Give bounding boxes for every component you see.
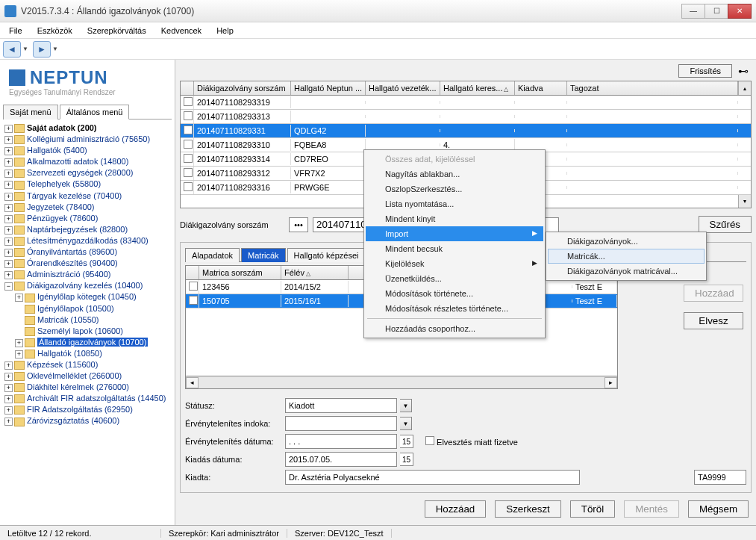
menu-role-switch[interactable]: Szerepkörváltás bbox=[81, 25, 152, 37]
table-row[interactable]: 2014071108293319 bbox=[181, 96, 751, 110]
tree-expander-icon[interactable]: + bbox=[4, 193, 13, 201]
maximize-button[interactable]: ☐ bbox=[705, 4, 728, 19]
nav-tree[interactable]: +Saját adatok (200)+Kollégiumi adminiszt… bbox=[0, 120, 175, 525]
context-menu-item[interactable]: Üzenetküldés... bbox=[366, 271, 543, 286]
tree-expander-icon[interactable]: + bbox=[4, 418, 13, 426]
context-menu-item[interactable]: Import▶ bbox=[366, 226, 543, 241]
tree-node[interactable]: +Záróvizsgáztatás (40600) bbox=[1, 415, 173, 426]
tree-expander-icon[interactable]: + bbox=[4, 181, 13, 189]
scroll-left-icon[interactable]: ◂ bbox=[186, 377, 199, 388]
table-row[interactable]: 201407110829331QDLG42 bbox=[181, 124, 751, 138]
tree-node[interactable]: +Alkalmazotti adatok (14800) bbox=[1, 156, 173, 167]
context-menu-item[interactable]: Hozzáadás csoporthoz... bbox=[366, 321, 543, 336]
nav-back-dropdown[interactable]: ▼ bbox=[22, 46, 28, 52]
subtab-alapadatok[interactable]: Alapadatok bbox=[185, 248, 240, 262]
context-submenu-import[interactable]: Diákigazolványok...Matricák...Diákigazol… bbox=[546, 232, 707, 281]
tree-node[interactable]: +Tárgyak kezelése (70400) bbox=[1, 190, 173, 202]
close-button[interactable]: ✕ bbox=[728, 4, 752, 19]
menu-favorites[interactable]: Kedvencek bbox=[155, 25, 207, 37]
row-checkbox[interactable] bbox=[189, 296, 198, 305]
context-menu-item[interactable]: Módosítások története... bbox=[366, 286, 543, 301]
context-menu[interactable]: Összes adat, kijelölésselNagyítás ablakb… bbox=[363, 149, 546, 338]
context-menu-item[interactable]: Módosítások részletes története... bbox=[366, 301, 543, 316]
tree-node[interactable]: +Igénylőlap kötegek (10450) bbox=[1, 291, 173, 302]
context-menu-item[interactable]: Matricák... bbox=[548, 249, 705, 264]
tree-node[interactable]: Igénylőlapok (10500) bbox=[1, 303, 173, 314]
scroll-up-icon[interactable]: ▴ bbox=[738, 81, 751, 95]
col-kiadva[interactable]: Kiadva bbox=[515, 81, 567, 95]
table-row[interactable]: 2014071108293313 bbox=[181, 110, 751, 124]
tree-node[interactable]: +Diákhitel kérelmek (276000) bbox=[1, 382, 173, 393]
col-keres[interactable]: Hallgató keres... bbox=[443, 84, 502, 93]
context-menu-item[interactable]: Lista nyomtatása... bbox=[366, 196, 543, 211]
tree-node[interactable]: −Diákigazolvány kezelés (10400) bbox=[1, 280, 173, 291]
tree-tab-own[interactable]: Saját menü bbox=[3, 105, 58, 120]
tree-node[interactable]: +Archivált FIR adatszolgáltatás (14450) bbox=[1, 393, 173, 404]
lost-checkbox[interactable] bbox=[425, 436, 434, 445]
nav-forward-button[interactable]: ► bbox=[33, 41, 51, 58]
tree-expander-icon[interactable]: − bbox=[4, 282, 13, 291]
col-tagozat[interactable]: Tagozat bbox=[567, 81, 738, 95]
tree-expander-icon[interactable]: + bbox=[4, 238, 13, 246]
tree-expander-icon[interactable]: + bbox=[4, 249, 13, 257]
tree-expander-icon[interactable]: + bbox=[4, 226, 13, 235]
tree-expander-icon[interactable]: + bbox=[4, 170, 13, 178]
tree-expander-icon[interactable]: + bbox=[4, 158, 13, 167]
menu-help[interactable]: Help bbox=[210, 25, 240, 37]
tree-node[interactable]: +Telephelyek (55800) bbox=[1, 179, 173, 190]
tree-node[interactable]: +Pénzügyek (78600) bbox=[1, 213, 173, 224]
tree-node[interactable]: +Jegyzetek (78400) bbox=[1, 202, 173, 213]
subtab-matricak[interactable]: Matricák bbox=[241, 248, 286, 262]
context-menu-item[interactable]: Kijelölések▶ bbox=[366, 256, 543, 271]
col2-felev[interactable]: Félév bbox=[284, 268, 304, 277]
tree-node[interactable]: +Szervezeti egységek (28000) bbox=[1, 167, 173, 179]
col-neptun[interactable]: Hallgató Neptun ... bbox=[291, 81, 366, 95]
status-dropdown-icon[interactable]: ▼ bbox=[400, 399, 412, 412]
inner-add-button[interactable]: Hozzáad bbox=[684, 285, 743, 302]
tree-expander-icon[interactable]: + bbox=[4, 215, 13, 223]
tree-expander-icon[interactable]: + bbox=[4, 361, 13, 370]
context-menu-item[interactable]: Nagyítás ablakban... bbox=[366, 167, 543, 181]
tree-expander-icon[interactable]: + bbox=[4, 260, 13, 268]
tree-expander-icon[interactable]: + bbox=[4, 125, 13, 133]
tree-expander-icon[interactable]: + bbox=[4, 406, 13, 415]
issue-date-value[interactable]: 2015.07.05. bbox=[285, 452, 397, 467]
calendar-icon[interactable]: 15 bbox=[400, 435, 413, 448]
footer-add-button[interactable]: Hozzáad bbox=[425, 500, 487, 518]
filter-button[interactable]: Szűrés bbox=[699, 216, 752, 233]
row-checkbox[interactable] bbox=[184, 140, 193, 149]
col-sorszam[interactable]: Diákigazolvány sorszám bbox=[194, 81, 291, 95]
tree-node[interactable]: +Létesítménygazdálkodás (83400) bbox=[1, 235, 173, 246]
tree-node[interactable]: +Naptárbejegyzések (82800) bbox=[1, 224, 173, 235]
row-checkbox[interactable] bbox=[184, 125, 193, 134]
col-vezetek[interactable]: Hallgató vezeték... bbox=[366, 81, 440, 95]
tree-tab-general[interactable]: Általános menü bbox=[60, 105, 130, 120]
tree-expander-icon[interactable]: + bbox=[4, 395, 13, 403]
menu-file[interactable]: File bbox=[3, 25, 28, 37]
row-checkbox[interactable] bbox=[184, 111, 193, 120]
tree-expander-icon[interactable]: + bbox=[4, 136, 13, 144]
row-checkbox[interactable] bbox=[184, 168, 193, 177]
row-checkbox[interactable] bbox=[184, 182, 193, 191]
footer-delete-button[interactable]: Töröl bbox=[570, 500, 615, 518]
reason-value[interactable] bbox=[285, 416, 397, 431]
nav-forward-dropdown[interactable]: ▼ bbox=[52, 46, 58, 52]
footer-cancel-button[interactable]: Mégsem bbox=[688, 500, 749, 518]
tree-node[interactable]: +Hallgatók (10850) bbox=[1, 348, 173, 359]
pin-icon[interactable]: ⊷ bbox=[738, 65, 749, 77]
tree-node[interactable]: +Hallgatók (5400) bbox=[1, 145, 173, 156]
tree-expander-icon[interactable]: + bbox=[4, 204, 13, 212]
tree-node[interactable]: +Kollégiumi adminisztráció (75650) bbox=[1, 134, 173, 145]
subtab-kepzesei[interactable]: Hallgató képzései bbox=[287, 248, 366, 262]
issuer-code[interactable]: TA9999 bbox=[694, 470, 746, 485]
reason-dropdown-icon[interactable]: ▼ bbox=[400, 417, 412, 430]
tree-node[interactable]: Matricák (10550) bbox=[1, 314, 173, 326]
tree-node[interactable]: +Óranyilvántartás (89600) bbox=[1, 246, 173, 258]
scroll-down-icon[interactable]: ▾ bbox=[738, 195, 751, 208]
tree-expander-icon[interactable]: + bbox=[4, 384, 13, 392]
tree-node[interactable]: +Órarendkészítés (90400) bbox=[1, 258, 173, 269]
scroll-right-icon[interactable]: ▸ bbox=[605, 377, 617, 388]
tree-node[interactable]: +Képzések (115600) bbox=[1, 359, 173, 370]
row-checkbox[interactable] bbox=[184, 97, 193, 106]
row-checkbox[interactable] bbox=[189, 282, 198, 291]
